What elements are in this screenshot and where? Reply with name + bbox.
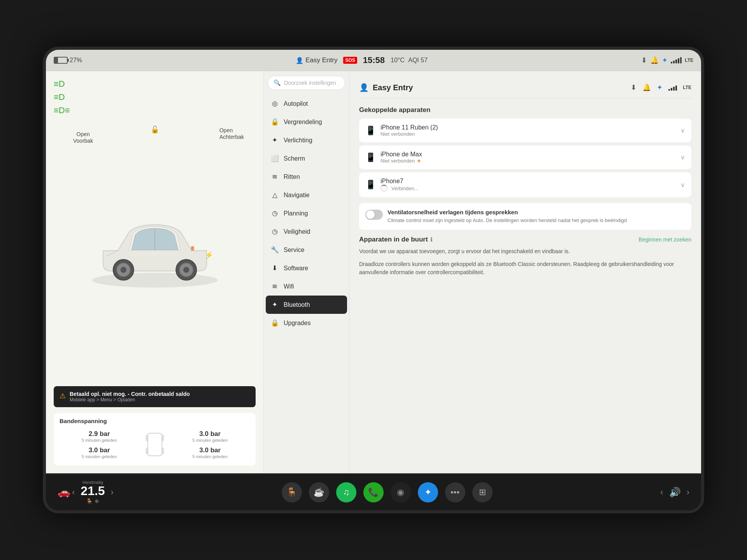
bluetooth-status-icon: ✦ — [662, 56, 668, 65]
volume-prev-btn[interactable]: ‹ — [660, 487, 663, 497]
tire-rl-item: 3.0 bar 5 minuten geleden — [60, 444, 139, 461]
menu-item-bluetooth[interactable]: ✦ Bluetooth — [266, 296, 347, 314]
device-status-1: Niet verbonden — [381, 131, 676, 137]
more-btn[interactable]: ••• — [445, 482, 465, 502]
sos-badge[interactable]: SOS — [343, 57, 357, 64]
toggle-title: Ventilatorsnelheid verlagen tijdens gesp… — [388, 209, 685, 215]
device-chevron-1: ∨ — [680, 127, 685, 134]
device-name-3: iPhone7 — [381, 178, 676, 185]
tesla-screen: 27% 👤 Easy Entry SOS 15:58 10°C AQI 57 ⬇… — [43, 47, 704, 513]
menu-item-ritten[interactable]: ≋ Ritten — [266, 168, 347, 186]
search-icon: 🔍 — [274, 79, 281, 86]
menu-item-scherm[interactable]: ⬜ Scherm — [266, 149, 347, 168]
vergrendeling-icon: 🔒 — [270, 118, 279, 126]
taskbar-center: 🪑 ☕ ♫ 📞 ◉ ✦ ••• — [282, 482, 493, 502]
front-trunk-label[interactable]: Open Voorbak — [73, 131, 93, 144]
download-btn[interactable]: ⬇ — [631, 83, 637, 92]
car-svg — [81, 204, 229, 290]
signal-bars-header — [668, 84, 677, 91]
device-card-1[interactable]: 📱 iPhone 11 Ruben (2) Niet verbonden ∨ — [359, 119, 691, 142]
left-panel: ≡D ≡D ≡D≡ Open Voorbak 🔓 Open Achterbak — [46, 71, 264, 473]
tire-fr-time: 5 minuten geleden — [172, 438, 248, 443]
heat-btn[interactable]: ☕ — [309, 482, 329, 502]
menu-item-planning-label: Planning — [284, 210, 308, 217]
svg-point-6 — [183, 267, 189, 273]
menu-item-vergrendeling[interactable]: 🔒 Vergrendeling — [266, 113, 347, 131]
menu-item-navigatie[interactable]: △ Navigatie — [266, 186, 347, 204]
lte-icon: LTE — [685, 58, 693, 63]
device-card-2[interactable]: 📱 iPhone de Max Niet verbonden ★ ∨ — [359, 145, 691, 169]
volume-icon: 🔊 — [669, 487, 681, 498]
service-icon: 🔧 — [270, 246, 279, 254]
tire-car-svg — [145, 429, 165, 460]
spotify-icon: ♫ — [343, 487, 349, 497]
settings-icons-row: ⬇ 🔔 ✦ LTE — [631, 83, 691, 92]
toggle-desc: Climate control moet zijn ingesteld op A… — [388, 217, 685, 224]
device-icon-2: 📱 — [365, 152, 376, 163]
status-profile: 👤 Easy Entry — [296, 56, 337, 64]
nearby-search-button[interactable]: Beginnen met zoeken — [639, 236, 691, 243]
settings-header: 👤 Easy Entry ⬇ 🔔 ✦ LTE — [359, 79, 691, 98]
menu-item-veiligheid[interactable]: ◷ Veiligheid — [266, 222, 347, 241]
scherm-icon: ⬜ — [270, 154, 279, 163]
device-icon-3: 📱 — [365, 180, 376, 190]
car-icon-1[interactable]: ≡D — [54, 79, 256, 89]
menu-item-software-label: Software — [284, 265, 308, 272]
menu-item-upgrades-label: Upgrades — [284, 320, 310, 327]
menu-item-wifi[interactable]: ≋ Wifi — [266, 277, 347, 296]
profile-name: Easy Entry — [305, 56, 337, 64]
device-star-2: ★ — [417, 158, 421, 164]
menu-item-software[interactable]: ⬇ Software — [266, 259, 347, 277]
menu-item-upgrades[interactable]: 🔒 Upgrades — [266, 314, 347, 332]
menu-item-bluetooth-label: Bluetooth — [284, 301, 310, 308]
svg-rect-10 — [161, 435, 164, 441]
tire-fl-pressure: 2.9 bar — [61, 430, 137, 438]
tire-grid: 2.9 bar 5 minuten geleden 3.0 bar 5 minu… — [60, 428, 250, 461]
menu-item-navigatie-label: Navigatie — [284, 192, 310, 199]
menu-item-service[interactable]: 🔧 Service — [266, 241, 347, 259]
veiligheid-icon: ◷ — [270, 228, 279, 236]
phone-icon: 📞 — [368, 487, 379, 497]
camera-btn[interactable]: ◉ — [391, 482, 411, 502]
spotify-btn[interactable]: ♫ — [336, 482, 356, 502]
car-icon-2[interactable]: ≡D — [54, 92, 256, 102]
alert-sub-text: Mobiele app > Menu > Opladen — [70, 397, 190, 402]
signal-bars — [671, 57, 682, 63]
battery-icon — [54, 57, 68, 64]
fan-speed-toggle[interactable] — [365, 210, 383, 220]
front-open-text: Open Voorbak — [73, 131, 93, 144]
seat-icon-btn[interactable]: 🪑 — [282, 482, 302, 502]
settings-header-title: Easy Entry — [373, 83, 413, 92]
menu-item-verlichting[interactable]: ✦ Verlichting — [266, 131, 347, 149]
lock-icon: 🔓 — [151, 125, 159, 134]
menu-item-autopilot[interactable]: ◎ Autopilot — [266, 94, 347, 113]
menu-item-planning[interactable]: ◷ Planning — [266, 204, 347, 222]
device-card-3[interactable]: 📱 iPhone7 Verbinden... ∨ — [359, 172, 691, 197]
car-icon-3[interactable]: ≡D≡ — [54, 105, 256, 116]
tire-fr-item: 3.0 bar 5 minuten geleden — [170, 428, 250, 444]
grid-btn[interactable]: ⊞ — [472, 482, 493, 502]
volume-next-btn[interactable]: › — [687, 487, 689, 497]
temp-up-btn[interactable]: › — [111, 487, 114, 497]
menu-item-scherm-label: Scherm — [284, 155, 305, 162]
lte-label: LTE — [683, 85, 691, 90]
tire-fl-item: 2.9 bar 5 minuten geleden — [60, 428, 139, 444]
bluetooth-header-btn[interactable]: ✦ — [657, 83, 663, 92]
notification-btn[interactable]: 🔔 — [642, 83, 651, 92]
battery-percentage: 27% — [70, 57, 82, 64]
device-name-1: iPhone 11 Ruben (2) — [381, 124, 676, 131]
bluetooth-taskbar-btn[interactable]: ✦ — [418, 482, 438, 502]
grid-icon: ⊞ — [479, 487, 486, 497]
search-box[interactable]: 🔍 Doorzoek instellingen — [268, 76, 345, 90]
temp-down-btn[interactable]: ‹ — [72, 487, 75, 497]
tire-pressure-section: Bandenspanning 2.9 bar 5 minuten geleden… — [54, 413, 256, 466]
seat-icon: 🪑 — [286, 487, 297, 497]
tire-rl-pressure: 3.0 bar — [61, 446, 137, 454]
rear-trunk-label[interactable]: Open Achterbak — [219, 127, 244, 140]
phone-btn[interactable]: 📞 — [363, 482, 384, 502]
menu-item-verlichting-label: Verlichting — [284, 137, 312, 144]
menu-item-veiligheid-label: Veiligheid — [284, 228, 310, 235]
bluetooth-taskbar-icon: ✦ — [424, 487, 431, 497]
right-panel: 👤 Easy Entry ⬇ 🔔 ✦ LTE — [349, 71, 701, 473]
taskbar-car-icon[interactable]: 🚗 — [58, 486, 70, 498]
